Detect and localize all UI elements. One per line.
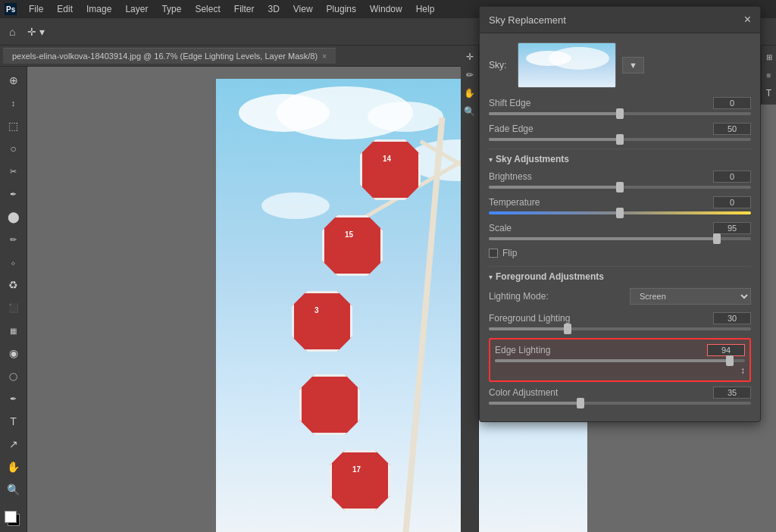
edge-lighting-track[interactable]: [495, 359, 745, 362]
shift-edge-track[interactable]: [489, 112, 751, 115]
shift-edge-value[interactable]: [713, 97, 751, 109]
menu-filter[interactable]: Filter: [228, 2, 261, 16]
tool-dodge[interactable]: ◯: [3, 365, 24, 386]
fade-edge-thumb[interactable]: [616, 134, 624, 145]
move-tool-button[interactable]: ✛ ▾: [24, 23, 48, 41]
foreground-color[interactable]: [3, 509, 24, 530]
sky-adjustments-section: ▾ Sky Adjustments: [489, 154, 751, 164]
tool-eyedropper[interactable]: ✒: [3, 183, 24, 205]
foreground-adjustments-title: Foreground Adjustments: [496, 271, 604, 282]
tool-hand[interactable]: ✋: [3, 456, 24, 477]
tool-arrow[interactable]: ↕: [3, 92, 24, 114]
tool-select-arrow[interactable]: ↗: [3, 433, 24, 455]
sky-label: Sky:: [489, 60, 512, 70]
side-move-icon[interactable]: ✛: [462, 49, 478, 65]
menu-view[interactable]: View: [287, 2, 319, 16]
flip-row: Flip: [489, 248, 751, 258]
foreground-lighting-row: Foreground Lighting: [489, 312, 751, 330]
scale-row: Scale: [489, 222, 751, 240]
temperature-track[interactable]: [489, 211, 751, 214]
right-panel-icon-T[interactable]: T: [761, 85, 777, 102]
tool-move[interactable]: ⊕: [3, 70, 24, 91]
tool-blur[interactable]: ◉: [3, 343, 24, 364]
menu-edit[interactable]: Edit: [51, 2, 79, 16]
tool-gradient[interactable]: ▦: [3, 320, 24, 341]
foreground-adjustments-section: ▾ Foreground Adjustments: [489, 271, 751, 282]
shift-edge-row: Shift Edge: [489, 97, 751, 115]
cursor-indicator: ↕: [495, 365, 745, 376]
separator-2: [489, 266, 751, 267]
edge-lighting-thumb[interactable]: [726, 355, 734, 366]
document-tab[interactable]: pexels-elina-volkova-18403914.jpg @ 16.7…: [3, 48, 336, 64]
color-adjustment-thumb[interactable]: [577, 398, 584, 408]
menu-file[interactable]: File: [23, 2, 49, 16]
foreground-lighting-fill: [489, 327, 568, 330]
edge-lighting-value[interactable]: [707, 344, 745, 356]
menu-layer[interactable]: Layer: [119, 2, 154, 16]
tool-zoom[interactable]: 🔍: [3, 479, 24, 500]
tab-close-button[interactable]: ×: [322, 52, 327, 61]
tool-heal[interactable]: ⬤: [3, 206, 24, 227]
fade-edge-row: Fade Edge: [489, 123, 751, 141]
foreground-adjustments-chevron[interactable]: ▾: [489, 273, 493, 281]
tool-text[interactable]: T: [3, 411, 24, 432]
lighting-mode-select[interactable]: Screen Multiply Overlay Normal: [630, 288, 751, 305]
right-panel-icon-1[interactable]: ⊞: [761, 49, 777, 65]
tool-clone[interactable]: ⬦: [3, 252, 24, 273]
color-adjustment-label: Color Adjustment: [489, 387, 558, 398]
menu-select[interactable]: Select: [189, 2, 226, 16]
sky-dropdown-button[interactable]: ▼: [622, 57, 644, 74]
menu-image[interactable]: Image: [80, 2, 117, 16]
brightness-value[interactable]: [713, 171, 751, 183]
tool-eraser[interactable]: ⬛: [3, 297, 24, 318]
color-adjustment-track[interactable]: [489, 402, 751, 405]
flip-checkbox[interactable]: [489, 249, 498, 258]
svg-text:Ps: Ps: [6, 5, 16, 14]
tool-crop[interactable]: ✂: [3, 161, 24, 182]
color-adjustment-value[interactable]: [713, 386, 751, 399]
tool-brush[interactable]: ✏: [3, 229, 24, 250]
scale-thumb[interactable]: [713, 233, 721, 244]
brightness-thumb[interactable]: [616, 182, 624, 192]
app-icon: Ps: [3, 2, 18, 17]
tool-history[interactable]: ♻: [3, 274, 24, 296]
tool-pen[interactable]: ✒: [3, 388, 24, 409]
side-brush-icon[interactable]: ✏: [462, 67, 478, 83]
temperature-row: Temperature: [489, 196, 751, 214]
edge-lighting-fill: [495, 359, 730, 362]
foreground-lighting-value[interactable]: [713, 312, 751, 324]
tool-lasso[interactable]: ○: [3, 138, 24, 159]
menu-type[interactable]: Type: [155, 2, 187, 16]
menu-help[interactable]: Help: [410, 2, 441, 16]
right-side-panel: ⊞ ≡ T: [761, 45, 776, 105]
fade-edge-track[interactable]: [489, 138, 751, 141]
foreground-lighting-thumb[interactable]: [564, 324, 571, 334]
menu-window[interactable]: Window: [364, 2, 408, 16]
brightness-track[interactable]: [489, 186, 751, 189]
home-button[interactable]: ⌂: [6, 23, 18, 41]
shift-edge-thumb[interactable]: [616, 108, 624, 119]
temperature-value[interactable]: [713, 196, 751, 208]
panel-side: ✛ ✏ ✋ 🔍: [461, 45, 479, 532]
shift-edge-fill: [489, 112, 620, 115]
sky-adjustments-chevron[interactable]: ▾: [489, 155, 493, 164]
color-adjustment-fill: [489, 402, 580, 405]
temperature-thumb[interactable]: [616, 208, 624, 218]
right-panel-icon-2[interactable]: ≡: [761, 67, 777, 83]
scale-value[interactable]: [713, 222, 751, 234]
menu-plugins[interactable]: Plugins: [321, 2, 362, 16]
brightness-label: Brightness: [489, 171, 532, 182]
dialog-close-button[interactable]: ×: [744, 13, 751, 27]
side-hand-icon[interactable]: ✋: [462, 85, 478, 102]
menu-3d[interactable]: 3D: [261, 2, 285, 16]
sky-replacement-dialog: Sky Replacement × Sky: ▼ Shift Edge: [479, 6, 761, 422]
separator-1: [489, 149, 751, 149]
tool-marquee[interactable]: ⬚: [3, 115, 24, 136]
shift-edge-label: Shift Edge: [489, 98, 530, 108]
brightness-row: Brightness: [489, 171, 751, 189]
scale-track[interactable]: [489, 237, 751, 240]
side-zoom-icon[interactable]: 🔍: [462, 103, 478, 120]
dialog-title: Sky Replacement: [489, 14, 566, 26]
foreground-lighting-track[interactable]: [489, 327, 751, 330]
fade-edge-value[interactable]: [713, 123, 751, 135]
